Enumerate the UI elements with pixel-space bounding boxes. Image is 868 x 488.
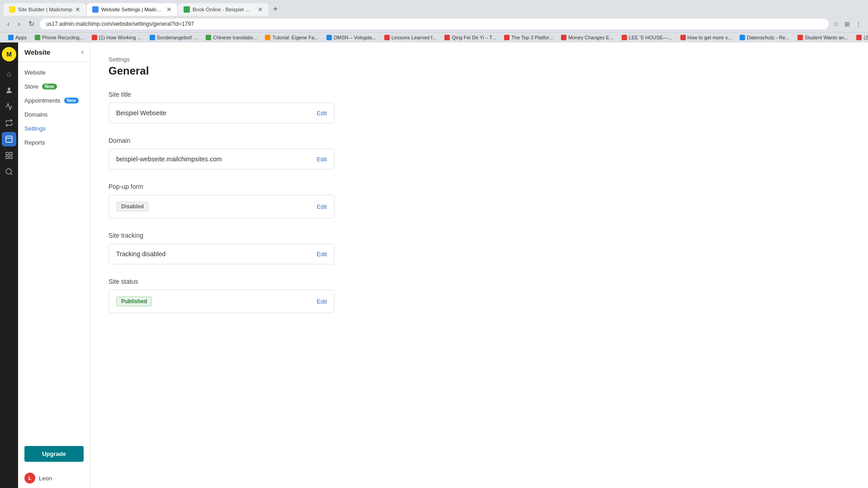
search-icon[interactable] [2, 164, 16, 179]
bookmarks-bar: AppsPhone Recycling...(1) How Working ..… [0, 32, 868, 42]
sidebar-item-label-settings: Settings [24, 125, 46, 132]
grid-icon[interactable] [2, 148, 16, 163]
bookmark-favicon [150, 35, 155, 40]
bookmark-item[interactable]: LEE 'S HOUSE—... [618, 34, 676, 41]
menu-icon[interactable]: ⋮ [854, 19, 863, 29]
bookmark-favicon [92, 35, 97, 40]
bookmark-item[interactable]: Phone Recycling... [31, 34, 87, 41]
tab-favicon-3 [184, 6, 190, 13]
tab-book-online[interactable]: Book Online - Beispiel Websei... ✕ [178, 3, 269, 16]
bookmark-item[interactable]: DMSN – Vologda... [323, 34, 380, 41]
sidebar-item-store[interactable]: Store New [18, 80, 90, 94]
contacts-icon[interactable] [2, 83, 16, 98]
sidebar-item-label-store: Store [24, 83, 38, 90]
bookmark-icon[interactable]: ☆ [831, 19, 841, 29]
bookmark-item[interactable]: Money Changes E... [557, 34, 617, 41]
bookmark-item[interactable]: (2) How To Add A... [853, 34, 868, 41]
site-title-value: Beispiel Webseite [116, 109, 166, 117]
website-icon[interactable] [2, 132, 16, 146]
bookmark-favicon [856, 35, 862, 40]
site-tracking-edit[interactable]: Edit [317, 251, 327, 258]
upgrade-button[interactable]: Upgrade [24, 446, 84, 462]
bookmark-item[interactable]: The Top 3 Platfor... [500, 34, 557, 41]
bookmark-item[interactable]: Lessons Learned f... [381, 34, 440, 41]
tab-bar: Site Builder | Mailchimp ✕ Website Setti… [0, 0, 868, 16]
bookmark-favicon [622, 35, 627, 40]
browser-chrome: Site Builder | Mailchimp ✕ Website Setti… [0, 0, 868, 42]
popup-form-label: Pop-up form [108, 183, 335, 190]
new-tab-button[interactable]: + [269, 3, 282, 16]
appointments-badge: New [64, 98, 79, 103]
svg-rect-1 [6, 136, 12, 142]
bookmark-item[interactable]: Datenschutz - Re... [736, 34, 793, 41]
sidebar-header: Website ‹ [18, 42, 90, 62]
extensions-icon[interactable]: ⊞ [843, 19, 852, 29]
bookmark-item[interactable]: (1) How Working ... [88, 34, 145, 41]
domain-section: Domain beispiel-webseite.mailchimpsites.… [108, 137, 335, 169]
back-button[interactable]: ‹ [5, 19, 12, 29]
tab-close-3[interactable]: ✕ [258, 6, 263, 13]
bookmark-item[interactable]: How to get more v... [677, 34, 736, 41]
bookmark-label: (2) How To Add A... [863, 35, 868, 40]
address-bar[interactable] [40, 19, 829, 29]
svg-rect-3 [6, 152, 8, 155]
bookmark-label: (1) How Working ... [99, 35, 142, 40]
svg-point-7 [6, 169, 11, 174]
tab-favicon-2 [92, 6, 99, 13]
site-title-edit[interactable]: Edit [317, 110, 327, 117]
sidebar-item-appointments[interactable]: Appointments New [18, 94, 90, 108]
popup-form-edit[interactable]: Edit [317, 203, 327, 210]
bookmark-favicon [326, 35, 332, 40]
sidebar-item-label-reports: Reports [24, 139, 45, 146]
bookmark-label: Sonderangebot! ... [157, 35, 198, 40]
bookmark-item[interactable]: Tutorial: Eigene Fa... [261, 34, 322, 41]
site-tracking-label: Site tracking [108, 232, 335, 239]
user-info: L Leon [18, 468, 90, 488]
bookmark-favicon [8, 35, 14, 40]
sidebar-collapse-button[interactable]: ‹ [81, 48, 84, 56]
bookmark-label: DMSN – Vologda... [334, 35, 376, 40]
mailchimp-logo[interactable]: M [2, 47, 16, 61]
sidebar-item-label-appointments: Appointments [24, 97, 61, 104]
bookmark-item[interactable]: Qing Fei De Yi – T... [441, 34, 500, 41]
avatar-initials: L [28, 475, 32, 481]
site-status-edit[interactable]: Edit [317, 298, 327, 305]
site-status-label: Site status [108, 278, 335, 285]
tab-close-1[interactable]: ✕ [75, 6, 80, 13]
bookmark-favicon [265, 35, 270, 40]
sidebar-item-label-website: Website [24, 69, 46, 76]
sidebar-item-website[interactable]: Website [18, 66, 90, 80]
sidebar-item-domains[interactable]: Domains [18, 108, 90, 122]
bookmark-favicon [35, 35, 40, 40]
site-tracking-value: Tracking disabled [116, 250, 165, 258]
bookmark-favicon [680, 35, 686, 40]
sidebar-item-settings[interactable]: Settings [18, 122, 90, 136]
home-icon[interactable]: ⌂ [2, 67, 16, 81]
tab-close-2[interactable]: ✕ [166, 6, 172, 13]
bookmark-item[interactable]: Apps [5, 34, 30, 41]
bookmark-favicon [444, 35, 450, 40]
bookmark-item[interactable]: Chinese translatio... [202, 34, 260, 41]
reload-button[interactable]: ↻ [26, 18, 37, 29]
bookmark-label: How to get more v... [688, 35, 732, 40]
bookmark-item[interactable]: Student Wants an... [794, 34, 852, 41]
tab-title-3: Book Online - Beispiel Websei... [193, 7, 255, 12]
forward-button[interactable]: › [15, 19, 23, 29]
tab-site-builder[interactable]: Site Builder | Mailchimp ✕ [4, 3, 86, 16]
app-layout: M ⌂ Website ‹ Website [0, 42, 868, 488]
bookmark-item[interactable]: Sonderangebot! ... [146, 34, 202, 41]
analytics-icon[interactable] [2, 99, 16, 114]
sidebar-item-reports[interactable]: Reports [18, 136, 90, 150]
domain-edit[interactable]: Edit [317, 156, 327, 163]
popup-form-section: Pop-up form Disabled Edit [108, 183, 335, 218]
bookmark-favicon [561, 35, 566, 40]
bookmark-label: Apps [15, 35, 27, 40]
site-status-section: Site status Published Edit [108, 278, 335, 313]
icon-rail: M ⌂ [0, 42, 18, 488]
tab-title-2: Website Settings | Mailchimp [101, 7, 164, 12]
svg-rect-6 [10, 156, 12, 159]
site-status-badge: Published [116, 296, 152, 306]
tab-website-settings[interactable]: Website Settings | Mailchimp ✕ [87, 3, 177, 16]
automation-icon[interactable] [2, 116, 16, 130]
svg-line-8 [10, 173, 12, 174]
